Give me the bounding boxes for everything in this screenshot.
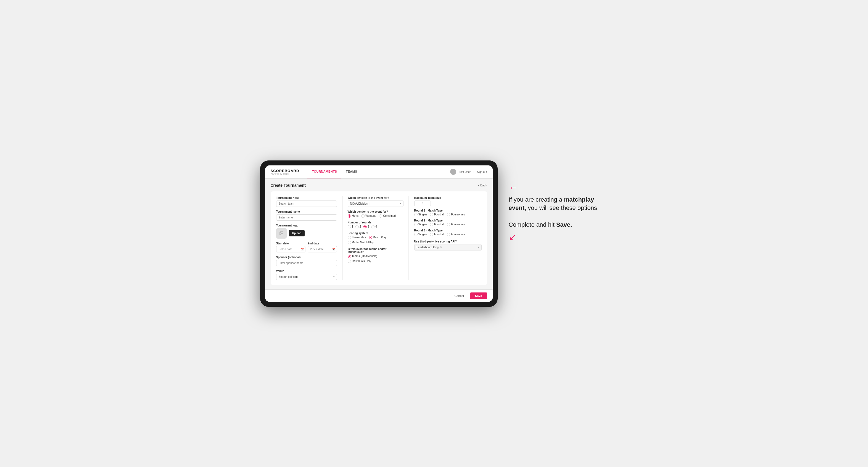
tournament-logo-group: Tournament logo Upload [276, 224, 337, 239]
teams-teams-dot [348, 255, 351, 258]
round2-foursomes-dot [447, 223, 450, 226]
tablet-frame: SCOREBOARD Powered by clippit TOURNAMENT… [260, 160, 498, 307]
round3-fourball[interactable]: Fourball [430, 233, 444, 236]
api-value: Leaderboard King [417, 246, 439, 249]
end-date-group: End date 📅 [308, 242, 337, 252]
nav-tournaments[interactable]: TOURNAMENTS [307, 165, 341, 179]
gender-combined-label: Combined [383, 214, 396, 217]
round1-fourball[interactable]: Fourball [430, 213, 444, 216]
nav-links: TOURNAMENTS TEAMS [307, 165, 450, 179]
teams-radio-group: Teams (+Individuals) Individuals Only [348, 255, 403, 263]
teams-teams[interactable]: Teams (+Individuals) [348, 255, 377, 258]
upload-button[interactable]: Upload [289, 230, 305, 237]
round-3-dot [364, 225, 367, 228]
rounds-group: Number of rounds 1 2 [348, 221, 403, 228]
round2-fourball[interactable]: Fourball [430, 223, 444, 226]
round-4-label: 4 [375, 225, 377, 228]
page-title: Create Tournament [271, 183, 306, 188]
round-1[interactable]: 1 [348, 225, 353, 228]
api-section: Use third-party live scoring API? Leader… [414, 240, 482, 250]
sign-out-link[interactable]: Sign out [477, 170, 487, 174]
tournament-name-input[interactable] [276, 214, 337, 221]
sponsor-input[interactable] [276, 260, 337, 266]
round3-singles[interactable]: Singles [414, 233, 428, 236]
scoring-radio-group: Stroke Play Match Play Medal Match Play [348, 236, 403, 244]
round3-label: Round 3 - Match Type [414, 229, 482, 232]
cancel-button[interactable]: Cancel [451, 292, 467, 299]
tournament-host-group: Tournament Host [276, 196, 337, 207]
back-button[interactable]: ‹ Back [478, 184, 487, 187]
form-footer: Cancel Save [265, 289, 493, 302]
brand-title: SCOREBOARD [271, 169, 299, 173]
tournament-host-input[interactable] [276, 200, 337, 207]
division-group: Which division is the event for? NCAA Di… [348, 196, 403, 207]
venue-select[interactable]: Search golf club [276, 274, 337, 280]
gender-womens[interactable]: Womens [361, 214, 376, 218]
round3-singles-dot [414, 233, 417, 236]
annotations: ← If you are creating a matchplay event,… [509, 160, 608, 243]
gender-combined-dot [379, 214, 382, 218]
round3-foursomes[interactable]: Foursomes [447, 233, 465, 236]
sponsor-group: Sponsor (optional) [276, 256, 337, 266]
round-3-label: 3 [368, 225, 369, 228]
logo-placeholder [276, 228, 287, 239]
pipe-separator: | [473, 170, 474, 174]
api-close-button[interactable]: ✕ [440, 246, 442, 249]
page-content: Create Tournament ‹ Back Tournament Host [265, 179, 493, 289]
gender-mens[interactable]: Mens [348, 214, 359, 218]
teams-group: Is this event for Teams and/or Individua… [348, 247, 403, 263]
round2-label: Round 2 - Match Type [414, 219, 482, 222]
round-3[interactable]: 3 [364, 225, 369, 228]
round1-singles[interactable]: Singles [414, 213, 428, 216]
gender-womens-label: Womens [365, 214, 376, 217]
date-row: Start date 📅 End date 📅 [276, 242, 337, 252]
round1-foursomes[interactable]: Foursomes [447, 213, 465, 216]
scoring-medal-match-play[interactable]: Medal Match Play [348, 241, 374, 244]
teams-label: Is this event for Teams and/or Individua… [348, 247, 403, 253]
start-date-icon: 📅 [301, 248, 304, 250]
teams-individuals[interactable]: Individuals Only [348, 259, 371, 263]
tournament-logo-label: Tournament logo [276, 224, 337, 227]
form-card: Tournament Host Tournament name Tourname… [271, 191, 487, 285]
back-label: Back [480, 184, 487, 187]
annotation-top: ← If you are creating a matchplay event,… [509, 183, 608, 213]
gender-mens-dot [348, 214, 351, 218]
round-4[interactable]: 4 [371, 225, 377, 228]
max-team-input[interactable] [414, 200, 431, 206]
teams-teams-label: Teams (+Individuals) [352, 255, 377, 258]
round2-singles-label: Singles [418, 223, 428, 226]
scoring-match-play[interactable]: Match Play [369, 236, 386, 239]
division-label: Which division is the event for? [348, 196, 403, 199]
scoring-label: Scoring system [348, 232, 403, 235]
division-select[interactable]: NCAA Division I [348, 200, 403, 207]
round3-foursomes-label: Foursomes [451, 233, 465, 236]
nav-teams[interactable]: TEAMS [341, 165, 362, 179]
annotation-bottom: Complete and hit Save. ↙ [509, 221, 608, 243]
round3-fourball-dot [430, 233, 433, 236]
form-right: Maximum Team Size Round 1 - Match Type S… [414, 196, 482, 280]
round1-match-type: Round 1 - Match Type Singles Fourball [414, 209, 482, 216]
round3-match-type: Round 3 - Match Type Singles Fourball [414, 229, 482, 236]
username: Test User [459, 170, 471, 174]
round3-fourball-label: Fourball [434, 233, 444, 236]
round2-singles[interactable]: Singles [414, 223, 428, 226]
round2-foursomes[interactable]: Foursomes [447, 223, 465, 226]
scoring-stroke-dot [348, 236, 351, 239]
tablet-screen: SCOREBOARD Powered by clippit TOURNAMENT… [265, 165, 493, 302]
round-2[interactable]: 2 [355, 225, 361, 228]
scoring-stroke-play[interactable]: Stroke Play [348, 236, 366, 239]
scoring-match-label: Match Play [373, 236, 386, 239]
venue-group: Venue Search golf club [276, 270, 337, 280]
round-2-dot [355, 225, 359, 228]
round3-foursomes-dot [447, 233, 450, 236]
api-label: Use third-party live scoring API? [414, 240, 482, 243]
round-1-label: 1 [352, 225, 353, 228]
form-middle: Which division is the event for? NCAA Di… [342, 196, 409, 280]
scoring-medal-label: Medal Match Play [352, 241, 374, 244]
navigation-bar: SCOREBOARD Powered by clippit TOURNAMENT… [265, 165, 493, 179]
gender-label: Which gender is the event for? [348, 210, 403, 213]
gender-combined[interactable]: Combined [379, 214, 396, 218]
save-button[interactable]: Save [470, 292, 487, 299]
end-date-wrap: 📅 [308, 246, 337, 252]
round1-singles-dot [414, 213, 417, 216]
